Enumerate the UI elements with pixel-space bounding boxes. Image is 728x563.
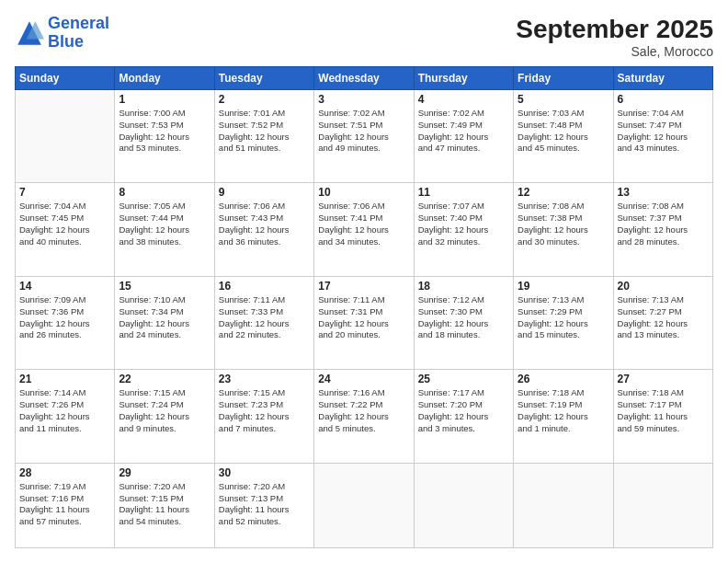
calendar-week-row: 7Sunrise: 7:04 AM Sunset: 7:45 PM Daylig… <box>16 183 713 276</box>
calendar-cell <box>314 463 414 547</box>
cell-text: Sunrise: 7:18 AM Sunset: 7:19 PM Dayligh… <box>518 387 609 434</box>
calendar-cell: 16Sunrise: 7:11 AM Sunset: 7:33 PM Dayli… <box>214 276 313 369</box>
calendar-cell: 8Sunrise: 7:05 AM Sunset: 7:44 PM Daylig… <box>115 183 214 276</box>
weekday-header-cell: Saturday <box>613 67 712 90</box>
cell-text: Sunrise: 7:09 AM Sunset: 7:36 PM Dayligh… <box>19 294 110 341</box>
calendar-cell: 4Sunrise: 7:02 AM Sunset: 7:49 PM Daylig… <box>414 90 513 183</box>
day-number: 24 <box>318 373 409 385</box>
cell-text: Sunrise: 7:01 AM Sunset: 7:52 PM Dayligh… <box>219 108 310 155</box>
cell-text: Sunrise: 7:15 AM Sunset: 7:23 PM Dayligh… <box>219 387 310 434</box>
day-number: 21 <box>19 373 110 385</box>
calendar-week-row: 14Sunrise: 7:09 AM Sunset: 7:36 PM Dayli… <box>16 276 713 369</box>
calendar-cell: 10Sunrise: 7:06 AM Sunset: 7:41 PM Dayli… <box>314 183 414 276</box>
day-number: 9 <box>219 186 310 199</box>
day-number: 27 <box>618 373 709 385</box>
day-number: 22 <box>119 373 210 385</box>
weekday-header-cell: Tuesday <box>214 67 313 90</box>
calendar-cell: 20Sunrise: 7:13 AM Sunset: 7:27 PM Dayli… <box>613 276 712 369</box>
calendar-cell: 27Sunrise: 7:18 AM Sunset: 7:17 PM Dayli… <box>613 370 712 463</box>
calendar-cell: 22Sunrise: 7:15 AM Sunset: 7:24 PM Dayli… <box>115 370 214 463</box>
cell-text: Sunrise: 7:11 AM Sunset: 7:31 PM Dayligh… <box>318 294 409 341</box>
day-number: 15 <box>119 280 210 293</box>
calendar-cell: 6Sunrise: 7:04 AM Sunset: 7:47 PM Daylig… <box>613 90 712 183</box>
logo-blue: Blue <box>48 33 109 52</box>
logo-icon <box>15 18 44 48</box>
day-number: 12 <box>518 186 609 199</box>
day-number: 1 <box>119 93 210 106</box>
day-number: 19 <box>518 280 609 293</box>
calendar-cell: 2Sunrise: 7:01 AM Sunset: 7:52 PM Daylig… <box>214 90 313 183</box>
day-number: 23 <box>219 373 310 385</box>
day-number: 20 <box>618 280 709 293</box>
cell-text: Sunrise: 7:05 AM Sunset: 7:44 PM Dayligh… <box>119 201 210 247</box>
calendar-cell: 23Sunrise: 7:15 AM Sunset: 7:23 PM Dayli… <box>214 370 313 463</box>
calendar-cell: 7Sunrise: 7:04 AM Sunset: 7:45 PM Daylig… <box>16 183 115 276</box>
cell-text: Sunrise: 7:18 AM Sunset: 7:17 PM Dayligh… <box>618 387 709 434</box>
calendar-cell <box>613 463 712 547</box>
day-number: 16 <box>219 280 310 293</box>
weekday-header-cell: Thursday <box>414 67 513 90</box>
month-year: September 2025 <box>516 15 713 44</box>
cell-text: Sunrise: 7:10 AM Sunset: 7:34 PM Dayligh… <box>119 294 210 341</box>
logo: General Blue <box>15 15 109 52</box>
cell-text: Sunrise: 7:20 AM Sunset: 7:13 PM Dayligh… <box>219 481 310 528</box>
weekday-header-cell: Friday <box>514 67 613 90</box>
calendar-cell: 15Sunrise: 7:10 AM Sunset: 7:34 PM Dayli… <box>115 276 214 369</box>
title-block: September 2025 Sale, Morocco <box>516 15 713 59</box>
calendar-cell: 12Sunrise: 7:08 AM Sunset: 7:38 PM Dayli… <box>514 183 613 276</box>
weekday-header-row: SundayMondayTuesdayWednesdayThursdayFrid… <box>16 67 713 90</box>
cell-text: Sunrise: 7:08 AM Sunset: 7:38 PM Dayligh… <box>518 201 609 247</box>
weekday-header-cell: Monday <box>115 67 214 90</box>
calendar-cell: 26Sunrise: 7:18 AM Sunset: 7:19 PM Dayli… <box>514 370 613 463</box>
day-number: 14 <box>19 280 110 293</box>
day-number: 30 <box>219 466 310 479</box>
day-number: 28 <box>19 466 110 479</box>
day-number: 26 <box>518 373 609 385</box>
cell-text: Sunrise: 7:07 AM Sunset: 7:40 PM Dayligh… <box>418 201 509 247</box>
weekday-header-cell: Wednesday <box>314 67 414 90</box>
cell-text: Sunrise: 7:19 AM Sunset: 7:16 PM Dayligh… <box>19 481 110 528</box>
logo-text: General Blue <box>48 15 109 52</box>
page: General Blue September 2025 Sale, Morocc… <box>0 0 728 563</box>
day-number: 5 <box>518 93 609 106</box>
calendar-cell: 19Sunrise: 7:13 AM Sunset: 7:29 PM Dayli… <box>514 276 613 369</box>
calendar-cell <box>414 463 513 547</box>
calendar-cell: 21Sunrise: 7:14 AM Sunset: 7:26 PM Dayli… <box>16 370 115 463</box>
day-number: 17 <box>318 280 409 293</box>
cell-text: Sunrise: 7:13 AM Sunset: 7:29 PM Dayligh… <box>518 294 609 341</box>
calendar-week-row: 1Sunrise: 7:00 AM Sunset: 7:53 PM Daylig… <box>16 90 713 183</box>
calendar-body: 1Sunrise: 7:00 AM Sunset: 7:53 PM Daylig… <box>16 90 713 548</box>
calendar-cell: 13Sunrise: 7:08 AM Sunset: 7:37 PM Dayli… <box>613 183 712 276</box>
day-number: 13 <box>618 186 709 199</box>
cell-text: Sunrise: 7:00 AM Sunset: 7:53 PM Dayligh… <box>119 108 210 155</box>
day-number: 6 <box>618 93 709 106</box>
calendar-cell: 14Sunrise: 7:09 AM Sunset: 7:36 PM Dayli… <box>16 276 115 369</box>
cell-text: Sunrise: 7:08 AM Sunset: 7:37 PM Dayligh… <box>618 201 709 247</box>
day-number: 8 <box>119 186 210 199</box>
calendar-cell: 5Sunrise: 7:03 AM Sunset: 7:48 PM Daylig… <box>514 90 613 183</box>
calendar-cell <box>514 463 613 547</box>
cell-text: Sunrise: 7:12 AM Sunset: 7:30 PM Dayligh… <box>418 294 509 341</box>
cell-text: Sunrise: 7:03 AM Sunset: 7:48 PM Dayligh… <box>518 108 609 155</box>
calendar-cell: 9Sunrise: 7:06 AM Sunset: 7:43 PM Daylig… <box>214 183 313 276</box>
cell-text: Sunrise: 7:11 AM Sunset: 7:33 PM Dayligh… <box>219 294 310 341</box>
calendar-week-row: 28Sunrise: 7:19 AM Sunset: 7:16 PM Dayli… <box>16 463 713 547</box>
weekday-header-cell: Sunday <box>16 67 115 90</box>
cell-text: Sunrise: 7:06 AM Sunset: 7:41 PM Dayligh… <box>318 201 409 247</box>
cell-text: Sunrise: 7:15 AM Sunset: 7:24 PM Dayligh… <box>119 387 210 434</box>
cell-text: Sunrise: 7:14 AM Sunset: 7:26 PM Dayligh… <box>19 387 110 434</box>
calendar-cell: 28Sunrise: 7:19 AM Sunset: 7:16 PM Dayli… <box>16 463 115 547</box>
location: Sale, Morocco <box>516 44 713 59</box>
day-number: 11 <box>418 186 509 199</box>
cell-text: Sunrise: 7:06 AM Sunset: 7:43 PM Dayligh… <box>219 201 310 247</box>
day-number: 18 <box>418 280 509 293</box>
calendar-cell: 11Sunrise: 7:07 AM Sunset: 7:40 PM Dayli… <box>414 183 513 276</box>
calendar-cell: 17Sunrise: 7:11 AM Sunset: 7:31 PM Dayli… <box>314 276 414 369</box>
cell-text: Sunrise: 7:17 AM Sunset: 7:20 PM Dayligh… <box>418 387 509 434</box>
cell-text: Sunrise: 7:16 AM Sunset: 7:22 PM Dayligh… <box>318 387 409 434</box>
calendar-cell: 24Sunrise: 7:16 AM Sunset: 7:22 PM Dayli… <box>314 370 414 463</box>
day-number: 29 <box>119 466 210 479</box>
day-number: 7 <box>19 186 110 199</box>
day-number: 10 <box>318 186 409 199</box>
header: General Blue September 2025 Sale, Morocc… <box>15 15 713 59</box>
